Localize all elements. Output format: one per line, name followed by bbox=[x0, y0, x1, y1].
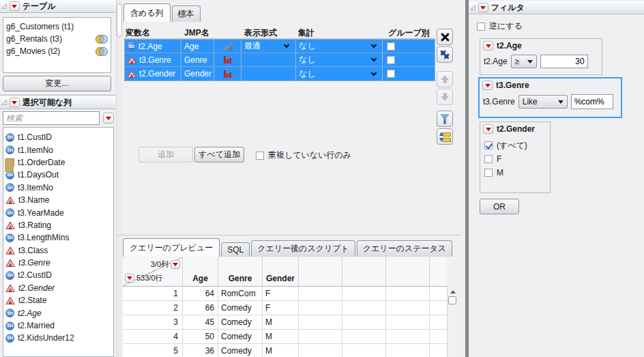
column-list-item[interactable]: t2.CustID bbox=[3, 269, 113, 281]
column-list-item[interactable]: t1.OrderDate bbox=[3, 156, 113, 169]
numeric-column-icon bbox=[5, 183, 14, 192]
or-button[interactable]: OR bbox=[480, 199, 519, 214]
column-list-item[interactable]: t2.State bbox=[3, 294, 113, 306]
column-list-item[interactable]: t3.Class bbox=[3, 244, 113, 257]
tab-sql[interactable]: SQL bbox=[221, 242, 250, 257]
aggregation-dropdown[interactable]: なし bbox=[296, 53, 383, 66]
filter-age-menu-button[interactable] bbox=[483, 41, 493, 51]
preview-empty-header bbox=[299, 257, 342, 286]
collapse-triangle-icon[interactable]: ◿ bbox=[1, 3, 7, 10]
left-scrollbar[interactable] bbox=[116, 0, 122, 357]
column-list-item[interactable]: t3.Genre bbox=[3, 257, 113, 269]
genre-cell: Comedy bbox=[218, 315, 263, 330]
aggregation-dropdown[interactable]: なし bbox=[296, 67, 383, 81]
column-list-item[interactable]: t3.LengthMins bbox=[3, 231, 113, 244]
nominal-modeling-icon[interactable] bbox=[224, 70, 231, 78]
group-by-checkbox[interactable] bbox=[387, 56, 395, 64]
add-all-button[interactable]: すべて追加 bbox=[194, 147, 244, 162]
rows-menu-button[interactable] bbox=[125, 274, 134, 283]
character-column-icon bbox=[5, 196, 15, 204]
column-list-item[interactable]: t3.Name bbox=[3, 194, 113, 206]
numeric-column-icon bbox=[5, 309, 14, 317]
funnel-icon bbox=[440, 114, 450, 124]
panel-splitter[interactable] bbox=[0, 94, 116, 96]
preview-column-header[interactable]: Gender bbox=[263, 257, 299, 286]
genre-operator-dropdown[interactable]: Like bbox=[518, 95, 568, 109]
column-list-item[interactable]: t1.CustID bbox=[3, 131, 113, 143]
column-list-item[interactable]: t2.Gender bbox=[3, 282, 113, 294]
grid-row-selected[interactable]: t3.Genre Genre なし bbox=[125, 53, 435, 67]
filter-genre-menu-button[interactable] bbox=[482, 81, 493, 90]
preview-column-header[interactable]: Genre bbox=[218, 257, 263, 286]
column-list-item[interactable]: t3.ItemNo bbox=[3, 182, 113, 194]
age-operator-dropdown[interactable]: ≥ bbox=[511, 55, 537, 68]
column-list-item[interactable]: t2.KidsUnder12 bbox=[3, 332, 113, 344]
join-venn-icon[interactable] bbox=[96, 35, 108, 43]
table-list-item[interactable]: g6_Customers (t1) bbox=[3, 20, 111, 33]
search-input[interactable] bbox=[3, 111, 100, 125]
preview-row: 4 50 Comedy M bbox=[123, 330, 447, 344]
scroll-up-arrow-icon[interactable] bbox=[450, 290, 456, 294]
group-by-checkbox[interactable] bbox=[387, 70, 395, 78]
row-number: 1 bbox=[123, 287, 183, 301]
horizontal-splitter[interactable] bbox=[117, 235, 461, 235]
continuous-modeling-icon[interactable] bbox=[222, 42, 233, 51]
genre-value-input[interactable] bbox=[571, 94, 613, 109]
order-columns-button[interactable] bbox=[437, 128, 453, 145]
grid-row-selected[interactable]: t2.Gender Gender なし bbox=[125, 67, 435, 81]
collapse-triangle-icon[interactable]: ◿ bbox=[1, 99, 7, 106]
aggregation-dropdown[interactable]: なし bbox=[296, 40, 383, 53]
filter-menu-button[interactable] bbox=[478, 3, 488, 12]
column-list-item[interactable]: t1.ItemNo bbox=[3, 143, 113, 156]
gender-all-checkbox[interactable] bbox=[484, 141, 493, 149]
grid-row-selected[interactable]: t2.Age Age 最適 なし bbox=[125, 40, 435, 53]
genre-cell: Comedy bbox=[218, 330, 263, 344]
tables-menu-button[interactable] bbox=[10, 1, 20, 11]
nominal-modeling-icon[interactable] bbox=[224, 56, 231, 63]
search-menu-button[interactable] bbox=[103, 113, 114, 124]
filter-button[interactable] bbox=[437, 111, 453, 127]
change-tables-button[interactable]: 変更... bbox=[3, 76, 111, 91]
filter-box-genre-selected[interactable]: t3.Genre t3.Genre Like bbox=[478, 77, 622, 118]
column-list-item[interactable]: t3.Rating bbox=[3, 219, 113, 231]
red-triangle-icon bbox=[106, 117, 111, 120]
tab-post-query-script[interactable]: クエリー後のスクリプト bbox=[251, 240, 355, 257]
column-list-item[interactable]: t1.DaysOut bbox=[3, 169, 113, 181]
gender-m-checkbox[interactable] bbox=[484, 169, 493, 177]
remove-all-columns-button[interactable] bbox=[437, 46, 453, 63]
scrollbar-thumb[interactable] bbox=[448, 296, 456, 304]
join-venn-icon[interactable] bbox=[96, 47, 108, 55]
preview-column-header[interactable]: Age bbox=[183, 257, 218, 286]
column-list-item[interactable]: t2.Married bbox=[3, 319, 113, 332]
scrollbar-thumb[interactable] bbox=[117, 4, 122, 37]
collapse-triangle-icon[interactable]: ◿ bbox=[470, 4, 475, 11]
format-dropdown[interactable]: 最適 bbox=[241, 40, 296, 53]
table-list-item[interactable]: g6_Movies (t2) bbox=[3, 45, 111, 57]
age-cell: 64 bbox=[183, 287, 218, 301]
tab-query-status[interactable]: クエリーのステータス bbox=[357, 240, 452, 257]
remove-column-button[interactable] bbox=[437, 29, 453, 45]
move-down-button[interactable] bbox=[437, 89, 453, 105]
column-label: t3.Name bbox=[18, 195, 111, 205]
column-list-item[interactable]: t2.Age bbox=[3, 306, 113, 319]
column-list-item[interactable]: t3.YearMade bbox=[3, 206, 113, 218]
columns-menu-button[interactable] bbox=[10, 98, 20, 107]
preview-corner-cell: 3/0列 533/0行 bbox=[123, 257, 183, 286]
tab-sample[interactable]: 標本 bbox=[172, 5, 201, 22]
columns-menu-button[interactable] bbox=[171, 260, 180, 269]
vertical-splitter[interactable] bbox=[465, 0, 469, 357]
filter-gender-menu-button[interactable] bbox=[483, 124, 493, 134]
group-by-checkbox[interactable] bbox=[387, 42, 395, 51]
preview-scrollbar[interactable] bbox=[447, 287, 458, 357]
gender-cell: M bbox=[263, 330, 299, 344]
age-value-input[interactable] bbox=[540, 55, 588, 68]
invert-filter-checkbox[interactable] bbox=[477, 23, 485, 31]
move-up-button[interactable] bbox=[437, 71, 453, 87]
tab-query-preview[interactable]: クエリーのプレビュー bbox=[123, 238, 220, 257]
add-button[interactable]: 追加 bbox=[138, 147, 193, 162]
tab-included-columns[interactable]: 含める列 bbox=[123, 3, 171, 22]
gender-f-checkbox[interactable] bbox=[484, 155, 493, 163]
distinct-rows-checkbox[interactable] bbox=[256, 152, 264, 160]
table-list-item[interactable]: g6_Rentals (t3) bbox=[3, 33, 111, 45]
age-cell: 45 bbox=[183, 315, 218, 330]
